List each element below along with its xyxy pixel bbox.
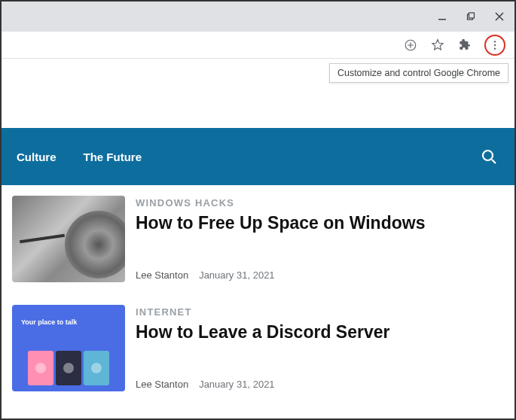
article-thumbnail: Your place to talk bbox=[12, 305, 125, 391]
add-bookmark-icon[interactable] bbox=[403, 38, 418, 53]
maximize-button[interactable] bbox=[463, 9, 478, 24]
article-meta: Lee Stanton January 31, 2021 bbox=[136, 379, 389, 390]
article-title[interactable]: How to Leave a Discord Server bbox=[136, 322, 389, 343]
svg-point-7 bbox=[483, 151, 493, 160]
article-author[interactable]: Lee Stanton bbox=[136, 379, 188, 390]
close-button[interactable] bbox=[492, 9, 507, 24]
chrome-menu-tooltip: Customize and control Google Chrome bbox=[329, 63, 508, 83]
article-category[interactable]: WINDOWS HACKS bbox=[136, 197, 425, 208]
article-category[interactable]: INTERNET bbox=[136, 306, 389, 318]
window-titlebar bbox=[2, 2, 514, 32]
minimize-button[interactable] bbox=[435, 9, 450, 24]
extensions-icon[interactable] bbox=[457, 38, 472, 53]
svg-point-5 bbox=[494, 44, 496, 45]
article-card[interactable]: Your place to talk INTERNET How to Leave… bbox=[12, 305, 504, 391]
nav-link-culture[interactable]: Culture bbox=[17, 151, 56, 163]
star-bookmark-icon[interactable] bbox=[430, 38, 445, 53]
article-meta: Lee Stanton January 31, 2021 bbox=[136, 269, 425, 281]
svg-rect-2 bbox=[469, 13, 475, 18]
search-icon[interactable] bbox=[478, 146, 499, 167]
svg-rect-0 bbox=[438, 19, 446, 20]
article-list: WINDOWS HACKS How to Free Up Space on Wi… bbox=[2, 185, 514, 418]
chrome-menu-button[interactable] bbox=[487, 38, 502, 53]
site-nav-bar: Culture The Future bbox=[2, 128, 514, 185]
thumbnail-caption: Your place to talk bbox=[21, 318, 77, 326]
page-content: Culture The Future WINDOWS HACKS How to … bbox=[2, 59, 514, 418]
article-author[interactable]: Lee Stanton bbox=[136, 269, 188, 281]
svg-point-6 bbox=[494, 47, 496, 49]
chrome-menu-highlight bbox=[484, 35, 505, 56]
article-title[interactable]: How to Free Up Space on Windows bbox=[136, 213, 425, 234]
article-card[interactable]: WINDOWS HACKS How to Free Up Space on Wi… bbox=[12, 196, 504, 282]
article-thumbnail bbox=[12, 196, 125, 282]
svg-point-4 bbox=[494, 41, 496, 42]
nav-link-future[interactable]: The Future bbox=[84, 151, 142, 163]
article-date: January 31, 2021 bbox=[199, 269, 274, 281]
article-date: January 31, 2021 bbox=[199, 379, 274, 390]
browser-toolbar bbox=[2, 32, 514, 59]
